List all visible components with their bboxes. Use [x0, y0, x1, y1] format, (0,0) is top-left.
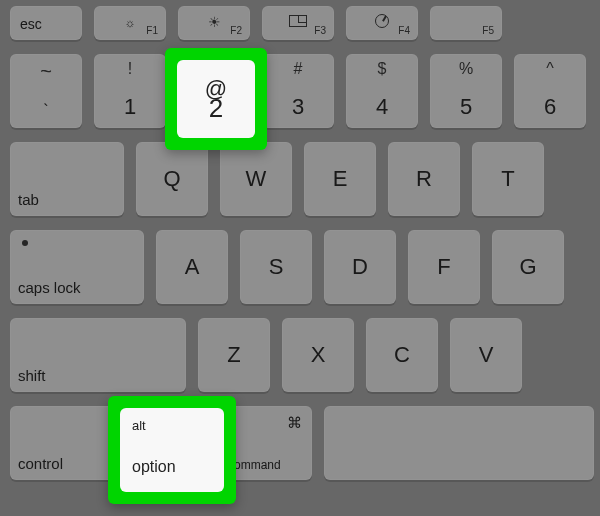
- tilde-top: ~: [10, 60, 82, 83]
- key-c[interactable]: C: [366, 318, 438, 392]
- esc-label: esc: [20, 16, 42, 32]
- key-g[interactable]: G: [492, 230, 564, 304]
- hopt-alt: alt: [132, 418, 146, 433]
- brightness-low-icon: [125, 14, 136, 30]
- k1-top: !: [94, 60, 166, 78]
- k5-top: %: [430, 60, 502, 78]
- highlight-key-2-inner[interactable]: @ 2: [177, 60, 255, 138]
- w-label: W: [246, 166, 267, 192]
- key-r[interactable]: R: [388, 142, 460, 216]
- key-esc[interactable]: esc: [10, 6, 82, 40]
- key-z[interactable]: Z: [198, 318, 270, 392]
- key-a[interactable]: A: [156, 230, 228, 304]
- key-6[interactable]: ^ 6: [514, 54, 586, 128]
- x-label: X: [311, 342, 326, 368]
- k4-main: 4: [346, 94, 418, 120]
- e-label: E: [333, 166, 348, 192]
- key-f4[interactable]: F4: [346, 6, 418, 40]
- key-q[interactable]: Q: [136, 142, 208, 216]
- key-t[interactable]: T: [472, 142, 544, 216]
- gauge-icon: [375, 14, 389, 31]
- k6-main: 6: [514, 94, 586, 120]
- key-f5[interactable]: F5: [430, 6, 502, 40]
- key-tab[interactable]: tab: [10, 142, 124, 216]
- f1-label: F1: [146, 25, 158, 36]
- key-control[interactable]: control: [10, 406, 124, 480]
- shift-label: shift: [18, 367, 46, 384]
- tab-label: tab: [18, 191, 39, 208]
- brightness-high-icon: [208, 14, 221, 30]
- key-shift[interactable]: shift: [10, 318, 186, 392]
- key-v[interactable]: V: [450, 318, 522, 392]
- f2-label: F2: [230, 25, 242, 36]
- key-w[interactable]: W: [220, 142, 292, 216]
- k4-top: $: [346, 60, 418, 78]
- key-5[interactable]: % 5: [430, 54, 502, 128]
- key-f1[interactable]: F1: [94, 6, 166, 40]
- key-s[interactable]: S: [240, 230, 312, 304]
- f3-label: F3: [314, 25, 326, 36]
- capslock-indicator-icon: [22, 240, 28, 246]
- k5-main: 5: [430, 94, 502, 120]
- a-label: A: [185, 254, 200, 280]
- keyboard: esc F1 F2 F3 F4 F5 ~ ` ! 1 @ 2 # 3 $ 4 %…: [0, 0, 600, 516]
- key-d[interactable]: D: [324, 230, 396, 304]
- highlight-key-option: alt option: [108, 396, 236, 504]
- k1-main: 1: [94, 94, 166, 120]
- highlight-key-2: @ 2: [165, 48, 267, 150]
- key-e[interactable]: E: [304, 142, 376, 216]
- key-4[interactable]: $ 4: [346, 54, 418, 128]
- tilde-main: `: [10, 102, 82, 120]
- highlight-key-option-inner[interactable]: alt option: [120, 408, 224, 492]
- key-x[interactable]: X: [282, 318, 354, 392]
- g-label: G: [519, 254, 536, 280]
- t-label: T: [501, 166, 514, 192]
- q-label: Q: [163, 166, 180, 192]
- f5-label: F5: [482, 25, 494, 36]
- mission-control-icon: [289, 14, 307, 30]
- z-label: Z: [227, 342, 240, 368]
- v-label: V: [479, 342, 494, 368]
- control-label: control: [18, 455, 63, 472]
- key-f2[interactable]: F2: [178, 6, 250, 40]
- key-tilde[interactable]: ~ `: [10, 54, 82, 128]
- c-label: C: [394, 342, 410, 368]
- k3-top: #: [262, 60, 334, 78]
- k3-main: 3: [262, 94, 334, 120]
- key-f[interactable]: F: [408, 230, 480, 304]
- key-f3[interactable]: F3: [262, 6, 334, 40]
- key-1[interactable]: ! 1: [94, 54, 166, 128]
- f4-label: F4: [398, 25, 410, 36]
- key-3[interactable]: # 3: [262, 54, 334, 128]
- caps-label: caps lock: [18, 279, 81, 296]
- k6-top: ^: [514, 60, 586, 78]
- r-label: R: [416, 166, 432, 192]
- h2-main: 2: [177, 93, 255, 124]
- d-label: D: [352, 254, 368, 280]
- key-capslock[interactable]: caps lock: [10, 230, 144, 304]
- hopt-label: option: [132, 458, 176, 476]
- s-label: S: [269, 254, 284, 280]
- f-label: F: [437, 254, 450, 280]
- key-space[interactable]: [324, 406, 594, 480]
- command-glyph-icon: ⌘: [287, 414, 302, 432]
